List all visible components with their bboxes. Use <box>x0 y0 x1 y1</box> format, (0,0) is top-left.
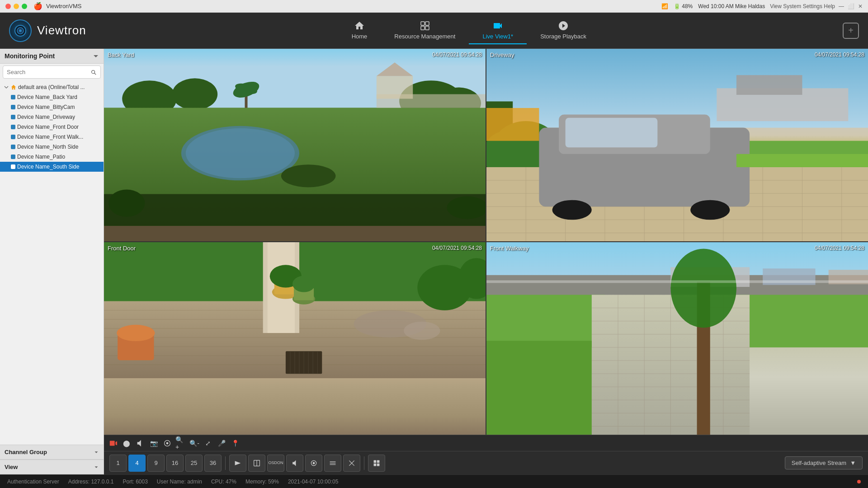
cam-status-dot <box>11 125 15 129</box>
svg-marker-120 <box>115 441 117 445</box>
close-all-btn[interactable] <box>343 455 360 472</box>
device-item-back-yard[interactable]: Device Name_Back Yard <box>0 92 104 102</box>
camera-area: Back Yard 04/07/2021 09:54:28 <box>104 49 868 474</box>
camera-timestamp-front-walkway: 04/07/2021 09:54:28 <box>815 245 864 251</box>
audio-ctrl-btn[interactable] <box>286 455 303 472</box>
zoom-out-icon[interactable]: 🔍- <box>189 438 200 449</box>
svg-point-20 <box>281 164 336 187</box>
separator-2 <box>364 456 364 470</box>
cam-status-dot <box>11 95 15 99</box>
view-header[interactable]: View <box>0 460 104 474</box>
camera-label-front-walkway: Front Walkway <box>490 245 528 252</box>
nav-label-storage: Storage Playback <box>540 33 586 40</box>
search-input[interactable] <box>7 69 90 75</box>
mic-icon[interactable]: 🎤 <box>216 438 227 449</box>
nav-item-resource[interactable]: Resource Management <box>381 17 469 44</box>
svg-rect-6 <box>425 26 429 30</box>
svg-point-56 <box>690 200 730 220</box>
nav-item-storage[interactable]: Storage Playback <box>527 17 600 44</box>
audio-icon[interactable] <box>135 438 146 449</box>
cpu-label: CPU: 47% <box>211 479 236 485</box>
mac-minimize-dot[interactable] <box>14 4 19 9</box>
camera-timestamp-back-yard: 04/07/2021 09:54:28 <box>432 52 482 58</box>
view-4-button[interactable]: 4 <box>128 455 146 472</box>
tree-root-node[interactable]: default area (Online/Total ... <box>0 82 104 92</box>
device-item-south-side[interactable]: Device Name_South Side <box>0 162 104 172</box>
camera-cell-driveway[interactable]: Driveway 04/07/2021 09:54:28 <box>486 49 868 241</box>
tree-root-label: default area (Online/Total ... <box>18 84 85 90</box>
svg-marker-123 <box>235 461 241 465</box>
user-status: User Name: admin <box>157 479 202 485</box>
port-status: Port: 6003 <box>123 479 147 485</box>
cam-status-dot <box>11 135 15 139</box>
svg-rect-98 <box>736 295 868 347</box>
nav-item-live[interactable]: Live View1* <box>469 17 527 44</box>
svg-rect-22 <box>377 76 413 99</box>
mac-close-dot[interactable] <box>5 4 11 9</box>
svg-point-116 <box>670 249 736 328</box>
view-16-button[interactable]: 16 <box>166 455 184 472</box>
search-box[interactable] <box>3 66 101 79</box>
camera-cell-back-yard[interactable]: Back Yard 04/07/2021 09:54:28 <box>104 49 486 241</box>
view-36-button[interactable]: 36 <box>204 455 222 472</box>
device-item-driveway[interactable]: Device Name_Driveway <box>0 112 104 122</box>
view-25-button[interactable]: 25 <box>185 455 203 472</box>
fullscreen-icon[interactable]: ⤢ <box>203 438 213 449</box>
svg-point-79 <box>292 276 315 292</box>
stream-selector-label: Self-adaptive Stream <box>792 460 846 466</box>
device-label: Device Name_Driveway <box>17 114 75 120</box>
svg-point-11 <box>172 78 217 110</box>
camera-label-back-yard: Back Yard <box>108 52 134 58</box>
nav-item-home[interactable]: Home <box>338 17 381 44</box>
device-item-patio[interactable]: Device Name_Patio <box>0 152 104 162</box>
logo-area: Viewtron <box>9 19 86 42</box>
camera-snapshot-icon[interactable]: 📷 <box>148 438 159 449</box>
svg-rect-54 <box>566 118 658 147</box>
nav-label-live: Live View1* <box>482 33 513 40</box>
record-ctrl-btn[interactable] <box>305 455 322 472</box>
collapse-icon[interactable] <box>93 53 99 59</box>
nav-add-button[interactable]: + <box>843 23 859 39</box>
close-window-btn[interactable]: ✕ <box>858 3 863 9</box>
record-icon[interactable] <box>108 438 118 449</box>
device-item-front-door[interactable]: Device Name_Front Door <box>0 122 104 132</box>
address-status: Address: 127.0.0.1 <box>68 479 114 485</box>
view-9-button[interactable]: 9 <box>147 455 165 472</box>
wifi-icon: 📶 <box>661 3 668 9</box>
device-item-bitty-cam[interactable]: Device Name_BittyCam <box>0 102 104 112</box>
device-tree: default area (Online/Total ... Device Na… <box>0 80 104 445</box>
svg-point-19 <box>186 128 295 178</box>
split-btn[interactable] <box>248 455 265 472</box>
camera-cell-front-walkway[interactable]: Front Walkway 04/07/2021 09:54:28 <box>486 242 868 435</box>
save-layout-btn[interactable] <box>368 455 385 472</box>
device-item-front-walk[interactable]: Device Name_Front Walk... <box>0 132 104 142</box>
view-1-button[interactable]: 1 <box>109 455 127 472</box>
camera-cell-front-door[interactable]: Front Door 04/07/2021 09:54:28 <box>104 242 486 435</box>
device-label: Device Name_Front Door <box>17 124 79 130</box>
svg-rect-119 <box>110 441 115 446</box>
channel-group-header[interactable]: Channel Group <box>0 445 104 460</box>
bottom-controls: 1 4 9 16 25 36 OSDON <box>104 451 868 474</box>
stream-selector[interactable]: Self-adaptive Stream ▼ <box>785 456 863 469</box>
location-icon[interactable]: 📍 <box>230 438 241 449</box>
sequence-btn[interactable] <box>229 455 246 472</box>
mac-window-dots <box>5 4 27 9</box>
grid-ctrl-btn[interactable] <box>324 455 341 472</box>
nav-items: Home Resource Management Live View1* Sto… <box>104 17 834 44</box>
osd-btn[interactable]: OSDON <box>267 455 284 472</box>
svg-point-89 <box>404 322 440 340</box>
mac-fullscreen-dot[interactable] <box>22 4 27 9</box>
minimize-window-btn[interactable]: — <box>839 3 844 9</box>
monitoring-point-header: Monitoring Point <box>0 49 104 64</box>
svg-point-127 <box>313 462 315 464</box>
restore-window-btn[interactable]: ⬜ <box>848 3 854 9</box>
zoom-in-icon[interactable]: 🔍+ <box>175 438 186 449</box>
device-item-north-side[interactable]: Device Name_North Side <box>0 142 104 152</box>
ptz-icon[interactable] <box>162 438 173 449</box>
svg-point-25 <box>108 189 145 216</box>
memory-status: Memory: 59% <box>245 479 279 485</box>
nav-label-home: Home <box>352 33 368 40</box>
cam-status-dot <box>11 105 15 109</box>
snapshot-circle-icon[interactable]: ⬤ <box>121 438 132 449</box>
auth-server-status: Authentication Server <box>7 479 59 485</box>
